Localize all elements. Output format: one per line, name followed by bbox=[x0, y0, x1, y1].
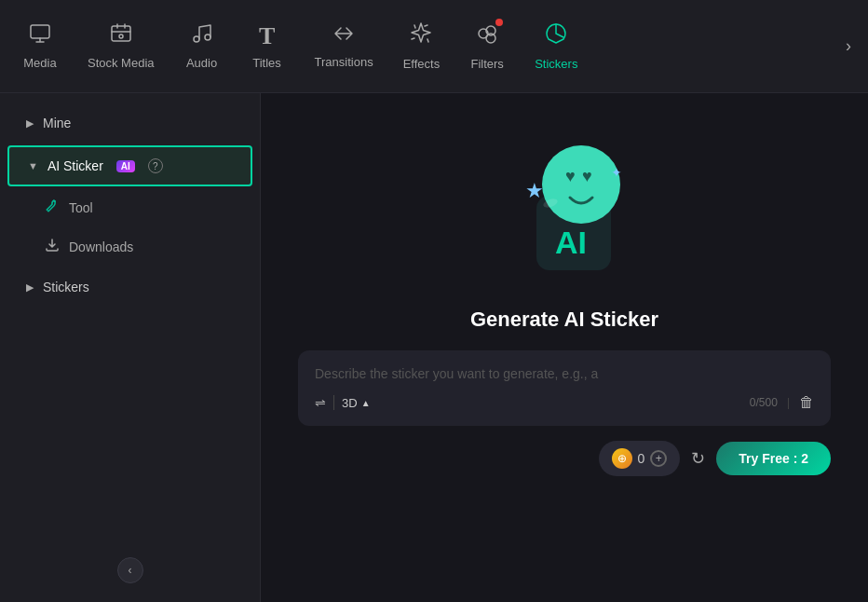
nav-stickers[interactable]: Stickers bbox=[520, 12, 592, 80]
nav-transitions-label: Transitions bbox=[315, 55, 373, 69]
nav-expand-button[interactable]: › bbox=[836, 27, 861, 65]
nav-stock-media[interactable]: Stock Media bbox=[73, 13, 170, 79]
svg-point-3 bbox=[194, 36, 199, 42]
sidebar-stickers-label: Stickers bbox=[43, 280, 89, 294]
sidebar-downloads-label: Downloads bbox=[69, 239, 133, 254]
sidebar-mine-label: Mine bbox=[43, 116, 71, 130]
svg-text:♥: ♥ bbox=[582, 167, 592, 185]
nav-audio-label: Audio bbox=[186, 56, 217, 70]
sidebar-item-tool[interactable]: Tool bbox=[7, 189, 252, 226]
sidebar-item-downloads[interactable]: Downloads bbox=[7, 228, 252, 266]
sidebar-tool-label: Tool bbox=[69, 200, 93, 215]
svg-point-2 bbox=[119, 34, 123, 38]
char-count: 0/500 | 🗑 bbox=[750, 394, 814, 411]
ai-badge: AI bbox=[116, 160, 135, 172]
nav-media[interactable]: Media bbox=[7, 13, 73, 79]
char-count-text: 0/500 bbox=[750, 396, 778, 409]
trash-icon[interactable]: 🗑 bbox=[799, 394, 814, 411]
action-row: ⊕ 0 + ↻ Try Free : 2 bbox=[298, 441, 831, 476]
sidebar-ai-sticker-label: AI Sticker bbox=[47, 158, 103, 173]
sidebar-item-stickers[interactable]: ▶ Stickers bbox=[7, 268, 252, 306]
nav-titles-label: Titles bbox=[252, 56, 281, 70]
filters-icon bbox=[475, 21, 499, 51]
sticker-hero-image: AI ♥ ♥ ★ ✦ bbox=[481, 121, 648, 289]
stickers-icon bbox=[544, 21, 568, 51]
svg-point-4 bbox=[205, 34, 210, 40]
input-card: ⇌ 3D ▲ 0/500 | 🗑 bbox=[298, 350, 831, 426]
svg-rect-0 bbox=[31, 25, 49, 38]
sticker-description-input[interactable] bbox=[315, 366, 814, 381]
input-footer: ⇌ 3D ▲ 0/500 | 🗑 bbox=[315, 394, 814, 411]
char-divider: | bbox=[787, 396, 790, 409]
nav-effects-label: Effects bbox=[403, 57, 441, 71]
nav-media-label: Media bbox=[23, 56, 56, 70]
sidebar-item-mine[interactable]: ▶ Mine bbox=[7, 104, 252, 142]
effects-icon bbox=[409, 21, 433, 51]
style-label: 3D bbox=[342, 396, 358, 410]
sidebar-collapse-button[interactable]: ‹ bbox=[117, 557, 143, 583]
try-free-button[interactable]: Try Free : 2 bbox=[716, 442, 831, 475]
filters-dot bbox=[495, 19, 503, 26]
svg-point-11 bbox=[542, 145, 620, 224]
svg-point-8 bbox=[54, 200, 56, 202]
downloads-icon bbox=[45, 238, 60, 256]
credit-count: 0 bbox=[638, 451, 645, 466]
stock-media-icon bbox=[110, 22, 132, 50]
audio-icon bbox=[191, 22, 213, 50]
nav-transitions[interactable]: Transitions bbox=[300, 14, 388, 78]
nav-filters[interactable]: Filters bbox=[454, 12, 520, 80]
content-title: Generate AI Sticker bbox=[470, 308, 658, 332]
help-icon[interactable]: ? bbox=[148, 158, 163, 173]
nav-audio[interactable]: Audio bbox=[170, 13, 235, 79]
nav-stock-media-label: Stock Media bbox=[88, 56, 155, 70]
stickers-arrow-icon: ▶ bbox=[26, 281, 34, 294]
mine-arrow-icon: ▶ bbox=[26, 117, 34, 130]
main-body: ▶ Mine ▼ AI Sticker AI ? Tool bbox=[0, 93, 868, 602]
credit-button[interactable]: ⊕ 0 + bbox=[599, 441, 681, 476]
content-area: AI ♥ ♥ ★ ✦ Generate AI Sticker ⇌ bbox=[261, 93, 868, 602]
nav-filters-label: Filters bbox=[470, 57, 503, 71]
titles-icon: T bbox=[259, 22, 275, 50]
credit-icon: ⊕ bbox=[612, 448, 632, 469]
media-icon bbox=[29, 22, 51, 50]
ai-sticker-arrow-icon: ▼ bbox=[28, 160, 38, 171]
style-selector[interactable]: 3D ▲ bbox=[342, 396, 371, 410]
style-arrow-icon: ▲ bbox=[361, 398, 371, 408]
svg-text:✦: ✦ bbox=[611, 165, 622, 180]
add-credit-icon[interactable]: + bbox=[650, 450, 667, 467]
tool-icon bbox=[45, 198, 60, 217]
style-divider bbox=[333, 395, 334, 410]
svg-text:♥: ♥ bbox=[565, 167, 576, 185]
nav-effects[interactable]: Effects bbox=[388, 12, 455, 80]
collapse-icon: ‹ bbox=[129, 564, 132, 577]
transitions-icon bbox=[332, 23, 356, 49]
nav-stickers-label: Stickers bbox=[535, 57, 577, 71]
sidebar-item-ai-sticker[interactable]: ▼ AI Sticker AI ? bbox=[7, 145, 252, 186]
sidebar: ▶ Mine ▼ AI Sticker AI ? Tool bbox=[0, 93, 261, 602]
refresh-icon[interactable]: ↻ bbox=[691, 448, 705, 469]
svg-text:AI: AI bbox=[555, 225, 587, 260]
top-nav: Media Stock Media Audio T Titles bbox=[0, 0, 868, 93]
shuffle-icon[interactable]: ⇌ bbox=[315, 395, 326, 410]
svg-text:★: ★ bbox=[525, 179, 544, 202]
nav-titles[interactable]: T Titles bbox=[235, 13, 300, 79]
